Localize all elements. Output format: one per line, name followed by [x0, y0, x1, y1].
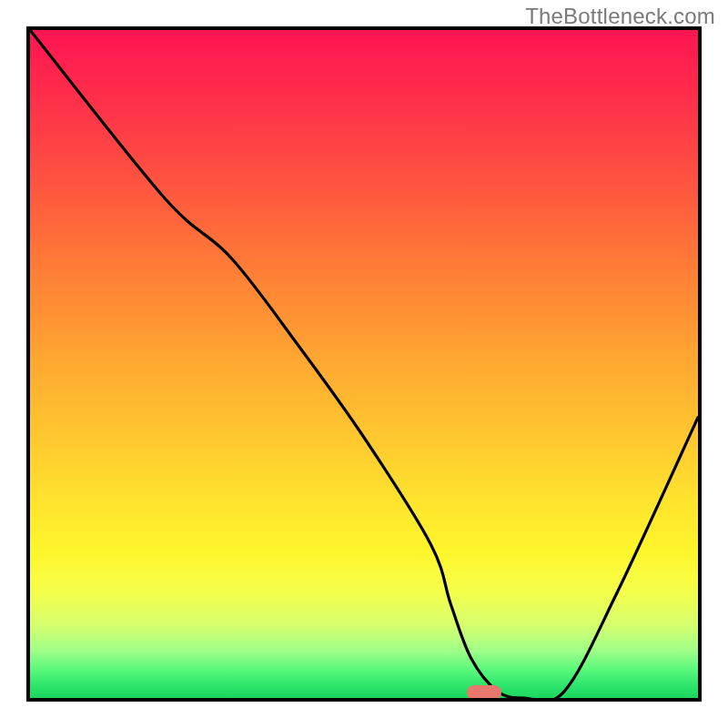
- watermark-text: TheBottleneck.com: [525, 4, 715, 29]
- chart-plot-area: [26, 26, 702, 702]
- optimum-marker: [467, 685, 501, 700]
- curve-path: [30, 30, 698, 702]
- bottleneck-curve: [30, 30, 698, 698]
